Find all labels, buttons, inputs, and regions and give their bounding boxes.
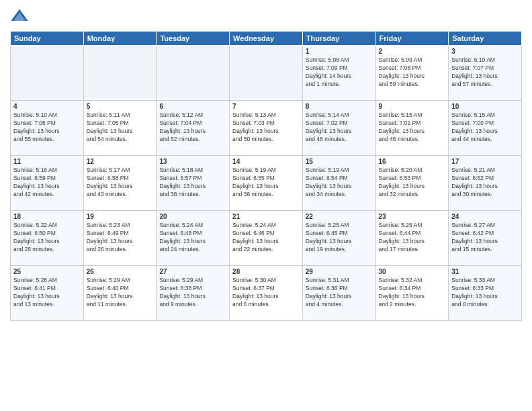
weekday-header: Tuesday xyxy=(157,32,230,46)
calendar-cell: 30Sunrise: 5:32 AM Sunset: 6:34 PM Dayli… xyxy=(375,266,449,321)
day-number: 8 xyxy=(306,103,373,110)
day-number: 24 xyxy=(451,213,519,220)
day-number: 13 xyxy=(159,158,226,165)
day-info: Sunrise: 5:25 AM Sunset: 6:45 PM Dayligh… xyxy=(306,222,373,254)
day-info: Sunrise: 5:23 AM Sunset: 6:49 PM Dayligh… xyxy=(87,222,154,254)
day-number: 4 xyxy=(13,103,81,110)
day-number: 20 xyxy=(159,213,226,220)
day-number: 10 xyxy=(451,103,519,110)
day-number: 31 xyxy=(451,268,519,275)
calendar-cell: 18Sunrise: 5:22 AM Sunset: 6:50 PM Dayli… xyxy=(11,211,84,266)
day-info: Sunrise: 5:29 AM Sunset: 6:38 PM Dayligh… xyxy=(159,277,226,309)
calendar-cell: 16Sunrise: 5:20 AM Sunset: 6:53 PM Dayli… xyxy=(375,156,449,211)
calendar-cell: 22Sunrise: 5:25 AM Sunset: 6:45 PM Dayli… xyxy=(302,211,375,266)
calendar-cell: 8Sunrise: 5:14 AM Sunset: 7:02 PM Daylig… xyxy=(302,101,375,156)
day-info: Sunrise: 5:28 AM Sunset: 6:41 PM Dayligh… xyxy=(13,277,81,309)
calendar-week-row: 18Sunrise: 5:22 AM Sunset: 6:50 PM Dayli… xyxy=(11,211,522,266)
calendar-cell: 6Sunrise: 5:12 AM Sunset: 7:04 PM Daylig… xyxy=(157,101,230,156)
day-info: Sunrise: 5:26 AM Sunset: 6:44 PM Dayligh… xyxy=(379,222,446,254)
calendar-cell: 3Sunrise: 5:10 AM Sunset: 7:07 PM Daylig… xyxy=(449,46,522,101)
calendar-cell: 14Sunrise: 5:19 AM Sunset: 6:55 PM Dayli… xyxy=(230,156,303,211)
calendar-cell: 20Sunrise: 5:24 AM Sunset: 6:48 PM Dayli… xyxy=(157,211,230,266)
calendar-cell: 1Sunrise: 5:08 AM Sunset: 7:09 PM Daylig… xyxy=(302,46,375,101)
calendar-cell: 12Sunrise: 5:17 AM Sunset: 6:58 PM Dayli… xyxy=(83,156,157,211)
day-info: Sunrise: 5:12 AM Sunset: 7:04 PM Dayligh… xyxy=(159,111,226,144)
day-number: 16 xyxy=(379,158,446,165)
weekday-header: Sunday xyxy=(11,32,84,46)
calendar-cell: 10Sunrise: 5:15 AM Sunset: 7:00 PM Dayli… xyxy=(449,101,522,156)
day-number: 22 xyxy=(306,213,373,220)
calendar-cell: 21Sunrise: 5:24 AM Sunset: 6:46 PM Dayli… xyxy=(230,211,303,266)
day-info: Sunrise: 5:24 AM Sunset: 6:46 PM Dayligh… xyxy=(232,222,300,254)
day-number: 9 xyxy=(379,103,446,110)
day-info: Sunrise: 5:30 AM Sunset: 6:37 PM Dayligh… xyxy=(232,277,300,309)
calendar-cell: 2Sunrise: 5:09 AM Sunset: 7:08 PM Daylig… xyxy=(375,46,449,101)
day-number: 21 xyxy=(232,213,300,220)
day-number: 29 xyxy=(306,268,373,275)
day-info: Sunrise: 5:21 AM Sunset: 6:52 PM Dayligh… xyxy=(451,167,519,199)
day-info: Sunrise: 5:16 AM Sunset: 6:59 PM Dayligh… xyxy=(13,167,81,199)
calendar-header-row: SundayMondayTuesdayWednesdayThursdayFrid… xyxy=(11,32,522,46)
day-number: 2 xyxy=(379,48,446,55)
day-info: Sunrise: 5:19 AM Sunset: 6:54 PM Dayligh… xyxy=(306,167,373,199)
calendar-cell: 31Sunrise: 5:33 AM Sunset: 6:33 PM Dayli… xyxy=(449,266,522,321)
calendar-cell: 13Sunrise: 5:18 AM Sunset: 6:57 PM Dayli… xyxy=(157,156,230,211)
day-number: 15 xyxy=(306,158,373,165)
day-info: Sunrise: 5:24 AM Sunset: 6:48 PM Dayligh… xyxy=(159,222,226,254)
logo-icon xyxy=(10,7,29,26)
day-info: Sunrise: 5:10 AM Sunset: 7:06 PM Dayligh… xyxy=(13,111,81,144)
day-info: Sunrise: 5:18 AM Sunset: 6:57 PM Dayligh… xyxy=(159,167,226,199)
day-info: Sunrise: 5:33 AM Sunset: 6:33 PM Dayligh… xyxy=(451,277,519,309)
day-info: Sunrise: 5:14 AM Sunset: 7:02 PM Dayligh… xyxy=(306,111,373,144)
day-info: Sunrise: 5:22 AM Sunset: 6:50 PM Dayligh… xyxy=(13,222,81,254)
day-info: Sunrise: 5:10 AM Sunset: 7:07 PM Dayligh… xyxy=(451,56,519,89)
calendar: SundayMondayTuesdayWednesdayThursdayFrid… xyxy=(10,31,522,321)
logo xyxy=(10,7,32,26)
calendar-cell: 7Sunrise: 5:13 AM Sunset: 7:03 PM Daylig… xyxy=(230,101,303,156)
weekday-header: Monday xyxy=(83,32,157,46)
day-info: Sunrise: 5:27 AM Sunset: 6:42 PM Dayligh… xyxy=(451,222,519,254)
day-number: 14 xyxy=(232,158,300,165)
day-number: 23 xyxy=(379,213,446,220)
calendar-cell: 15Sunrise: 5:19 AM Sunset: 6:54 PM Dayli… xyxy=(302,156,375,211)
calendar-cell: 17Sunrise: 5:21 AM Sunset: 6:52 PM Dayli… xyxy=(449,156,522,211)
day-number: 11 xyxy=(13,158,81,165)
weekday-header: Thursday xyxy=(302,32,375,46)
day-info: Sunrise: 5:15 AM Sunset: 7:00 PM Dayligh… xyxy=(451,111,519,144)
day-number: 12 xyxy=(87,158,154,165)
calendar-cell xyxy=(157,46,230,101)
page: SundayMondayTuesdayWednesdayThursdayFrid… xyxy=(0,0,532,411)
day-info: Sunrise: 5:11 AM Sunset: 7:05 PM Dayligh… xyxy=(87,111,154,144)
day-number: 7 xyxy=(232,103,300,110)
day-number: 27 xyxy=(159,268,226,275)
calendar-cell: 11Sunrise: 5:16 AM Sunset: 6:59 PM Dayli… xyxy=(11,156,84,211)
day-number: 18 xyxy=(13,213,81,220)
day-number: 1 xyxy=(306,48,373,55)
day-number: 26 xyxy=(87,268,154,275)
calendar-cell: 27Sunrise: 5:29 AM Sunset: 6:38 PM Dayli… xyxy=(157,266,230,321)
header xyxy=(10,7,522,26)
day-info: Sunrise: 5:08 AM Sunset: 7:09 PM Dayligh… xyxy=(306,56,373,89)
day-number: 30 xyxy=(379,268,446,275)
day-number: 25 xyxy=(13,268,81,275)
calendar-cell: 23Sunrise: 5:26 AM Sunset: 6:44 PM Dayli… xyxy=(375,211,449,266)
day-info: Sunrise: 5:29 AM Sunset: 6:40 PM Dayligh… xyxy=(87,277,154,309)
calendar-cell xyxy=(83,46,157,101)
weekday-header: Wednesday xyxy=(230,32,303,46)
day-number: 28 xyxy=(232,268,300,275)
day-info: Sunrise: 5:17 AM Sunset: 6:58 PM Dayligh… xyxy=(87,167,154,199)
calendar-cell: 25Sunrise: 5:28 AM Sunset: 6:41 PM Dayli… xyxy=(11,266,84,321)
calendar-week-row: 1Sunrise: 5:08 AM Sunset: 7:09 PM Daylig… xyxy=(11,46,522,101)
calendar-cell: 24Sunrise: 5:27 AM Sunset: 6:42 PM Dayli… xyxy=(449,211,522,266)
calendar-week-row: 25Sunrise: 5:28 AM Sunset: 6:41 PM Dayli… xyxy=(11,266,522,321)
calendar-cell xyxy=(230,46,303,101)
calendar-week-row: 4Sunrise: 5:10 AM Sunset: 7:06 PM Daylig… xyxy=(11,101,522,156)
calendar-cell: 19Sunrise: 5:23 AM Sunset: 6:49 PM Dayli… xyxy=(83,211,157,266)
day-number: 3 xyxy=(451,48,519,55)
day-info: Sunrise: 5:19 AM Sunset: 6:55 PM Dayligh… xyxy=(232,167,300,199)
calendar-week-row: 11Sunrise: 5:16 AM Sunset: 6:59 PM Dayli… xyxy=(11,156,522,211)
calendar-cell: 9Sunrise: 5:15 AM Sunset: 7:01 PM Daylig… xyxy=(375,101,449,156)
calendar-cell: 4Sunrise: 5:10 AM Sunset: 7:06 PM Daylig… xyxy=(11,101,84,156)
calendar-cell: 26Sunrise: 5:29 AM Sunset: 6:40 PM Dayli… xyxy=(83,266,157,321)
day-number: 6 xyxy=(159,103,226,110)
